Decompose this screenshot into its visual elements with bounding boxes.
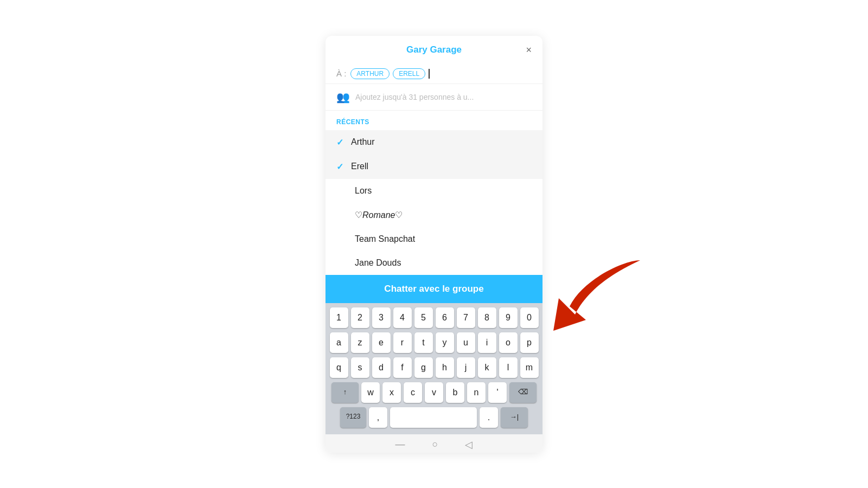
bottom-navigation: — ○ ◁ xyxy=(326,434,542,453)
tag-arthur[interactable]: ARTHUR xyxy=(350,68,390,79)
key-dot[interactable]: . xyxy=(480,407,498,428)
key-4[interactable]: 4 xyxy=(393,307,412,328)
to-label: À : xyxy=(336,69,346,78)
check-icon-erell: ✓ xyxy=(336,162,343,172)
text-cursor xyxy=(429,69,430,79)
key-c[interactable]: c xyxy=(404,382,422,403)
contact-list: ✓ Arthur ✓ Erell Lors ♡Romane♡ Team S xyxy=(326,130,542,275)
recents-section-label: RÉCENTS xyxy=(326,111,542,130)
key-l[interactable]: l xyxy=(499,357,518,378)
keyboard-row-qsdfg: q s d f g h j k l m xyxy=(328,357,540,378)
key-6[interactable]: 6 xyxy=(436,307,454,328)
space-key[interactable] xyxy=(390,407,477,428)
recipient-tags: ARTHUR ERELL xyxy=(350,68,430,79)
keyboard-row-shift: ↑ w x c v b n ' ⌫ xyxy=(328,382,540,403)
key-apostrophe[interactable]: ' xyxy=(488,382,507,403)
contact-item-erell[interactable]: ✓ Erell xyxy=(326,155,542,179)
key-j[interactable]: j xyxy=(457,357,475,378)
tag-erell[interactable]: ERELL xyxy=(393,68,425,79)
contact-item-team-snapchat[interactable]: Team Snapchat xyxy=(326,227,542,251)
key-q[interactable]: q xyxy=(330,357,348,378)
contact-name-arthur: Arthur xyxy=(351,137,375,147)
key-p[interactable]: p xyxy=(520,332,539,353)
keyboard[interactable]: 1 2 3 4 5 6 7 8 9 0 a z e r t y u i xyxy=(326,303,542,434)
nav-minimize-icon[interactable]: — xyxy=(395,439,405,450)
add-people-hint: 👥 Ajoutez jusqu'à 31 personnes à u... xyxy=(326,84,542,111)
key-7[interactable]: 7 xyxy=(457,307,475,328)
contact-item-jane-douds[interactable]: Jane Douds xyxy=(326,251,542,275)
key-n[interactable]: n xyxy=(467,382,486,403)
key-o[interactable]: o xyxy=(499,332,518,353)
key-r[interactable]: r xyxy=(393,332,412,353)
shift-key[interactable]: ↑ xyxy=(331,382,359,403)
contact-name-team-snapchat: Team Snapchat xyxy=(355,234,415,244)
key-y[interactable]: y xyxy=(436,332,454,353)
key-b[interactable]: b xyxy=(446,382,464,403)
contact-item-lors[interactable]: Lors xyxy=(326,179,542,203)
key-f[interactable]: f xyxy=(393,357,412,378)
keyboard-row-azerty: a z e r t y u i o p xyxy=(328,332,540,353)
key-2[interactable]: 2 xyxy=(351,307,369,328)
dialog-container: Gary Garage × À : ARTHUR ERELL 👥 Ajoutez… xyxy=(326,36,542,453)
keyboard-row-numbers: 1 2 3 4 5 6 7 8 9 0 xyxy=(328,307,540,328)
num-key[interactable]: ?123 xyxy=(340,407,366,428)
contact-name-romane: ♡Romane♡ xyxy=(355,210,403,220)
dialog-header: Gary Garage × xyxy=(326,36,542,64)
key-w[interactable]: w xyxy=(361,382,380,403)
key-e[interactable]: e xyxy=(372,332,391,353)
key-v[interactable]: v xyxy=(425,382,443,403)
key-s[interactable]: s xyxy=(351,357,369,378)
close-button[interactable]: × xyxy=(526,44,532,55)
contact-name-jane-douds: Jane Douds xyxy=(355,258,401,268)
key-0[interactable]: 0 xyxy=(520,307,539,328)
check-icon-arthur: ✓ xyxy=(336,137,343,147)
nav-back-icon[interactable]: ◁ xyxy=(465,439,473,451)
key-z[interactable]: z xyxy=(351,332,369,353)
group-icon: 👥 xyxy=(336,91,350,104)
key-1[interactable]: 1 xyxy=(330,307,348,328)
key-a[interactable]: a xyxy=(330,332,348,353)
annotation-arrow xyxy=(542,249,651,336)
delete-key[interactable]: ⌫ xyxy=(509,382,537,403)
key-5[interactable]: 5 xyxy=(414,307,433,328)
chat-with-group-button[interactable]: Chatter avec le groupe xyxy=(326,275,542,303)
key-g[interactable]: g xyxy=(414,357,433,378)
contact-item-arthur[interactable]: ✓ Arthur xyxy=(326,130,542,155)
key-t[interactable]: t xyxy=(414,332,433,353)
contact-name-lors: Lors xyxy=(355,186,372,196)
key-8[interactable]: 8 xyxy=(478,307,496,328)
key-m[interactable]: m xyxy=(520,357,539,378)
red-arrow-icon xyxy=(542,249,651,336)
keyboard-row-bottom: ?123 , . →| xyxy=(328,407,540,428)
key-k[interactable]: k xyxy=(478,357,496,378)
to-field[interactable]: À : ARTHUR ERELL xyxy=(326,64,542,84)
dialog-title: Gary Garage xyxy=(406,44,462,55)
return-key[interactable]: →| xyxy=(501,407,528,428)
key-9[interactable]: 9 xyxy=(499,307,518,328)
key-x[interactable]: x xyxy=(382,382,401,403)
add-hint-text: Ajoutez jusqu'à 31 personnes à u... xyxy=(355,93,474,101)
key-d[interactable]: d xyxy=(372,357,391,378)
key-h[interactable]: h xyxy=(436,357,454,378)
key-comma[interactable]: , xyxy=(369,407,387,428)
contact-name-erell: Erell xyxy=(351,162,368,171)
key-i[interactable]: i xyxy=(478,332,496,353)
contact-item-romane[interactable]: ♡Romane♡ xyxy=(326,203,542,227)
key-3[interactable]: 3 xyxy=(372,307,391,328)
key-u[interactable]: u xyxy=(457,332,475,353)
nav-home-icon[interactable]: ○ xyxy=(432,439,438,450)
